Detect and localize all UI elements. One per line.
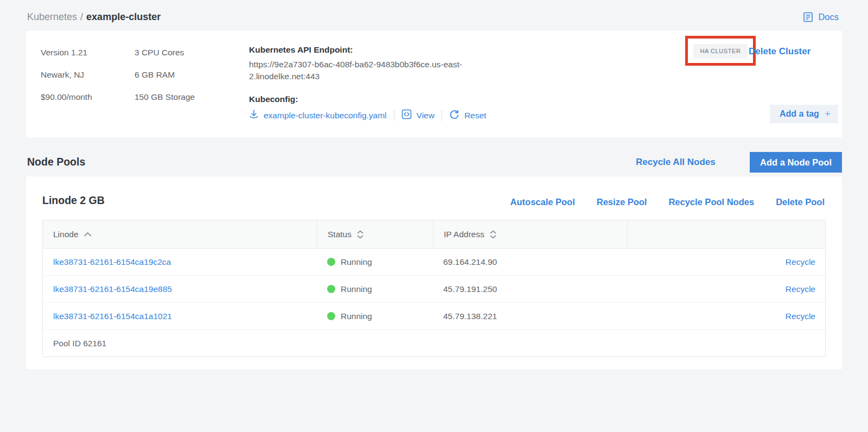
table-row: lke38731-62161-6154ca1a1021 Running 45.7… (43, 303, 825, 330)
status-badge: Running (327, 312, 433, 321)
breadcrumb-separator: / (80, 11, 83, 22)
download-icon (249, 109, 259, 122)
recycle-pool-nodes-button[interactable]: Recycle Pool Nodes (668, 197, 754, 207)
plus-icon: + (825, 108, 831, 120)
add-tag-button[interactable]: Add a tag + (770, 105, 838, 123)
docs-label: Docs (818, 12, 839, 22)
status-label: Running (341, 284, 372, 294)
ha-cluster-badge: HA CLUSTER (693, 44, 747, 58)
kubeconfig-block: Kubeconfig: example-cluster-kubeconfig.y… (249, 94, 553, 122)
breadcrumb: Kubernetes/example-cluster (27, 11, 161, 23)
ip-address: 45.79.191.250 (443, 284, 497, 294)
kubeconfig-reset-link[interactable]: Reset (449, 109, 487, 122)
api-endpoint-label: Kubernetes API Endpoint: (249, 45, 499, 55)
column-header-status[interactable]: Status (317, 220, 433, 248)
pool-id-footer: Pool ID 62161 (43, 330, 825, 357)
node-pool-card: Linode 2 GB Autoscale Pool Resize Pool R… (26, 176, 842, 369)
autoscale-pool-button[interactable]: Autoscale Pool (510, 197, 575, 207)
ha-cluster-highlight-box: HA CLUSTER (685, 36, 756, 66)
cluster-storage: 150 GB Storage (135, 90, 195, 112)
recycle-node-button[interactable]: Recycle (786, 284, 815, 294)
view-label: View (417, 111, 435, 120)
table-row: lke38731-62161-6154ca19c2ca Running 69.1… (43, 249, 825, 276)
pool-actions: Autoscale Pool Resize Pool Recycle Pool … (510, 197, 825, 207)
kubeconfig-download-link[interactable]: example-cluster-kubeconfig.yaml (249, 109, 387, 122)
reset-label: Reset (464, 111, 487, 120)
kubeconfig-file-name: example-cluster-kubeconfig.yaml (264, 111, 387, 120)
cluster-price: $90.00/month (41, 90, 92, 112)
cluster-region: Newark, NJ (41, 67, 92, 90)
delete-cluster-button[interactable]: Delete Cluster (749, 46, 810, 57)
ip-address: 69.164.214.90 (443, 257, 497, 266)
status-badge: Running (327, 284, 433, 294)
code-view-icon (401, 109, 412, 122)
status-label: Running (341, 312, 372, 321)
breadcrumb-kubernetes-link[interactable]: Kubernetes (27, 11, 77, 22)
status-running-icon (327, 285, 335, 293)
node-table: Linode Status IP Address lke38731-6216 (42, 220, 826, 357)
linode-link[interactable]: lke38731-62161-6154ca19e885 (53, 284, 172, 294)
cluster-ram: 6 GB RAM (135, 67, 195, 90)
cluster-specs-left: Version 1.21 Newark, NJ $90.00/month (41, 45, 92, 112)
status-running-icon (327, 258, 335, 266)
status-badge: Running (327, 257, 433, 267)
cluster-cpu: 3 CPU Cores (135, 45, 195, 67)
add-tag-label: Add a tag (780, 109, 819, 119)
cluster-summary-card: Version 1.21 Newark, NJ $90.00/month 3 C… (26, 31, 842, 137)
column-header-linode[interactable]: Linode (43, 220, 317, 248)
divider (394, 110, 394, 121)
divider (442, 110, 442, 121)
sort-both-icon (356, 230, 364, 239)
column-label-status: Status (328, 230, 352, 239)
column-header-ip-address[interactable]: IP Address (433, 220, 627, 248)
api-endpoint-url: https://9e2a7307-b6ac-408f-ba62-9483b0b3… (249, 59, 493, 82)
table-row: lke38731-62161-6154ca19e885 Running 45.7… (43, 276, 825, 303)
pool-id-label: Pool ID 62161 (43, 339, 106, 348)
recycle-all-nodes-button[interactable]: Recycle All Nodes (636, 157, 716, 168)
kubeconfig-label: Kubeconfig: (249, 94, 553, 104)
resize-pool-button[interactable]: Resize Pool (597, 197, 647, 207)
pool-name: Linode 2 GB (42, 194, 105, 207)
column-label-linode: Linode (53, 230, 79, 239)
recycle-node-button[interactable]: Recycle (786, 257, 815, 267)
status-label: Running (341, 257, 372, 267)
sort-asc-icon (84, 232, 92, 237)
cluster-version: Version 1.21 (41, 45, 92, 67)
recycle-node-button[interactable]: Recycle (786, 312, 815, 321)
cluster-specs-right: 3 CPU Cores 6 GB RAM 150 GB Storage (135, 45, 195, 112)
kubernetes-cluster-detail-page: { "colors": { "link_blue": "#3683dc", "b… (0, 0, 868, 432)
reset-icon (449, 109, 459, 122)
column-header-actions (627, 220, 825, 248)
docs-link[interactable]: Docs (802, 11, 839, 23)
node-pools-title: Node Pools (27, 156, 85, 168)
add-node-pool-button[interactable]: Add a Node Pool (750, 152, 842, 173)
linode-link[interactable]: lke38731-62161-6154ca1a1021 (53, 312, 172, 321)
status-running-icon (327, 312, 335, 320)
column-label-ip-address: IP Address (444, 230, 484, 239)
kubeconfig-view-link[interactable]: View (401, 109, 435, 122)
breadcrumb-cluster-name: example-cluster (86, 11, 161, 22)
node-table-header: Linode Status IP Address (43, 220, 825, 249)
docs-icon (802, 11, 814, 23)
linode-link[interactable]: lke38731-62161-6154ca19c2ca (53, 257, 171, 266)
delete-pool-button[interactable]: Delete Pool (776, 197, 825, 207)
sort-both-icon (489, 230, 497, 239)
ip-address: 45.79.138.221 (443, 312, 497, 321)
api-endpoint-block: Kubernetes API Endpoint: https://9e2a730… (249, 45, 499, 82)
